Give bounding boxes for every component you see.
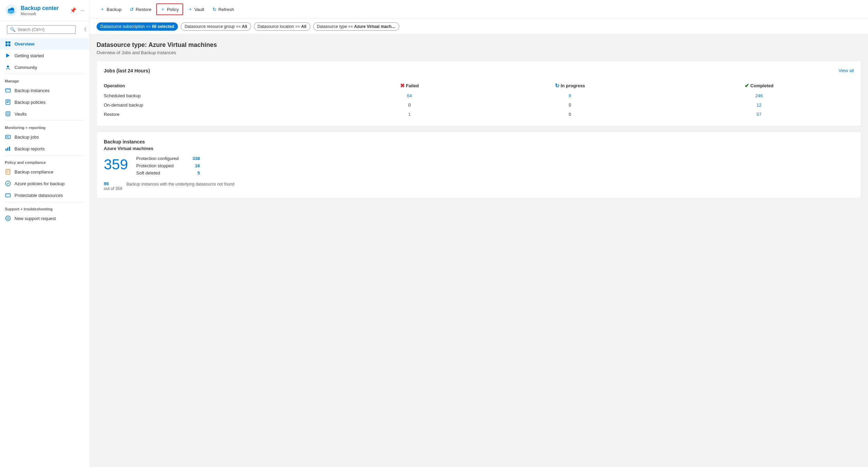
filter-subscription-label: Datasource subscription == 66 selected	[100, 24, 174, 29]
filter-location[interactable]: Datasource location == All	[254, 22, 310, 31]
instances-grid: 359 Protection configured 338 Protection…	[104, 156, 854, 176]
backup-compliance-icon	[5, 169, 11, 175]
in-progress-icon: ↻	[555, 82, 559, 89]
in-progress-cell: 8	[476, 91, 668, 100]
protection-stopped-value[interactable]: 16	[195, 163, 200, 168]
sidebar-header: Backup center Microsoft 📌 ···	[0, 0, 89, 21]
instances-footer: 86 out of 359 Backup instances with the …	[104, 181, 854, 191]
completed-cell: 57	[668, 110, 854, 119]
svg-rect-18	[6, 135, 10, 139]
sidebar-item-azure-policies[interactable]: Azure policies for backup	[0, 178, 89, 189]
sidebar-backup-reports-label: Backup reports	[14, 146, 44, 151]
sidebar-item-backup-compliance[interactable]: Backup compliance	[0, 166, 89, 178]
protection-configured-value[interactable]: 338	[192, 156, 200, 161]
col-failed: ✖ Failed	[347, 80, 476, 91]
refresh-button-label: Refresh	[218, 7, 234, 12]
sidebar-backup-policies-label: Backup policies	[14, 100, 46, 105]
restore-completed-link[interactable]: 57	[757, 112, 761, 117]
filter-datasource-type[interactable]: Datasource type == Azure Virtual mach…	[313, 22, 400, 31]
vault-add-icon: ＋	[188, 6, 193, 12]
app-title: Backup center	[21, 5, 59, 11]
sidebar-item-backup-jobs[interactable]: Backup jobs	[0, 131, 89, 143]
sidebar-item-protectable-datasources[interactable]: Protectable datasources	[0, 189, 89, 201]
page-title: Datasource type: Azure Virtual machines	[97, 41, 861, 49]
svg-point-4	[8, 10, 14, 13]
backup-button[interactable]: ＋ Backup	[97, 4, 125, 14]
sidebar-actions: 📌 ···	[70, 7, 84, 13]
filter-resource-group[interactable]: Datasource resource group == All	[181, 22, 251, 31]
svg-rect-16	[6, 112, 10, 116]
col-completed: ✔ Completed	[668, 80, 854, 91]
more-icon[interactable]: ···	[80, 7, 84, 13]
in-progress-cell: 0	[476, 110, 668, 119]
collapse-sidebar-button[interactable]: 《	[80, 25, 88, 34]
azure-policies-icon	[5, 180, 11, 187]
ondemand-completed-link[interactable]: 12	[757, 102, 761, 108]
sidebar-item-support-request[interactable]: New support request	[0, 212, 89, 224]
search-input[interactable]	[18, 27, 72, 32]
sidebar-item-getting-started[interactable]: Getting started	[0, 50, 89, 61]
overview-icon	[5, 41, 11, 47]
col-in-progress: ↻ In progress	[476, 80, 668, 91]
in-progress-cell: 0	[476, 100, 668, 110]
failed-icon: ✖	[400, 82, 405, 89]
protection-stopped-label: Protection stopped	[136, 163, 173, 168]
backup-instances-card-title: Backup instances	[104, 139, 854, 145]
failed-cell: 0	[347, 100, 476, 110]
policy-section-label: Policy and compliance	[0, 156, 89, 166]
sidebar-getting-started-label: Getting started	[14, 53, 44, 58]
policy-button[interactable]: ＋ Policy	[156, 3, 183, 15]
stat-row-soft-deleted: Soft deleted 5	[136, 170, 200, 176]
svg-point-33	[7, 217, 9, 219]
footer-description: Backup instances with the underlying dat…	[126, 181, 235, 187]
backup-instances-icon	[5, 87, 11, 93]
sidebar-vaults-label: Vaults	[14, 111, 27, 117]
view-all-jobs-link[interactable]: View all	[838, 68, 854, 73]
svg-rect-29	[6, 194, 10, 197]
sidebar-backup-compliance-label: Backup compliance	[14, 169, 53, 175]
scheduled-failed-link[interactable]: 64	[407, 93, 412, 98]
filter-location-label: Datasource location == All	[258, 24, 307, 29]
filter-subscription[interactable]: Datasource subscription == 66 selected	[97, 22, 178, 31]
svg-rect-6	[8, 41, 10, 43]
table-row: Restore 1 0 57	[104, 110, 854, 119]
refresh-button[interactable]: ↻ Refresh	[209, 4, 238, 14]
backup-add-icon: ＋	[100, 6, 105, 12]
sidebar-backup-jobs-label: Backup jobs	[14, 135, 39, 140]
vaults-icon	[5, 111, 11, 117]
footer-count-link[interactable]: 86	[104, 181, 122, 186]
scheduled-completed-link[interactable]: 246	[755, 93, 763, 98]
sidebar-item-community[interactable]: Community	[0, 61, 89, 73]
sidebar-item-overview[interactable]: Overview	[0, 38, 89, 50]
vault-button[interactable]: ＋ Vault	[184, 4, 208, 14]
backup-reports-icon	[5, 146, 11, 152]
search-box[interactable]: 🔍	[7, 25, 76, 34]
stat-row-protection-configured: Protection configured 338	[136, 156, 200, 161]
restore-failed-link[interactable]: 1	[408, 112, 411, 117]
support-divider	[5, 202, 84, 202]
pin-icon[interactable]: 📌	[70, 7, 77, 13]
backup-button-label: Backup	[107, 7, 121, 12]
instances-total[interactable]: 359	[104, 156, 128, 172]
restore-button[interactable]: ↺ Restore	[126, 4, 155, 14]
svg-rect-22	[6, 149, 7, 151]
soft-deleted-label: Soft deleted	[136, 170, 160, 176]
sidebar-azure-policies-label: Azure policies for backup	[14, 181, 64, 186]
jobs-table: Operation ✖ Failed ↻ In progress	[104, 80, 854, 119]
table-row: Scheduled backup 64 8 246	[104, 91, 854, 100]
operation-cell: Restore	[104, 110, 347, 119]
soft-deleted-value[interactable]: 5	[197, 170, 200, 176]
backup-jobs-icon	[5, 134, 11, 140]
sidebar-backup-instances-label: Backup instances	[14, 88, 50, 93]
restore-button-label: Restore	[136, 7, 151, 12]
stat-row-protection-stopped: Protection stopped 16	[136, 163, 200, 168]
manage-divider	[5, 74, 84, 74]
support-request-icon	[5, 215, 11, 221]
protectable-datasources-icon	[5, 192, 11, 198]
jobs-card-header: Jobs (last 24 Hours) View all	[104, 68, 854, 75]
sidebar-item-vaults[interactable]: Vaults	[0, 108, 89, 120]
sidebar-item-backup-instances[interactable]: Backup instances	[0, 85, 89, 96]
scheduled-in-progress-link[interactable]: 8	[569, 93, 571, 98]
sidebar-item-backup-policies[interactable]: Backup policies	[0, 96, 89, 108]
sidebar-item-backup-reports[interactable]: Backup reports	[0, 143, 89, 155]
